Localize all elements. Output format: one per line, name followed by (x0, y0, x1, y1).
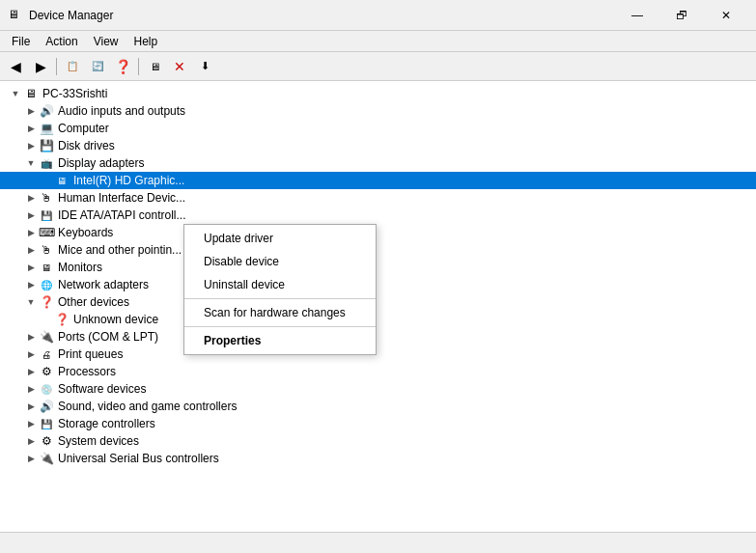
tree-item-intel[interactable]: 🖥 Intel(R) HD Graphic... (0, 172, 756, 189)
toolbar-forward[interactable]: ▶ (29, 55, 52, 78)
unknown-icon: ❓ (54, 312, 70, 327)
print-label: Print queues (58, 347, 123, 361)
hid-icon: 🖱 (39, 190, 54, 206)
app-icon: 🖥 (8, 8, 23, 23)
disk-label: Disk drives (58, 139, 115, 152)
monitors-expander[interactable]: ▶ (23, 260, 39, 275)
computer-expander[interactable]: ▶ (23, 121, 39, 136)
network-icon: 🌐 (39, 277, 54, 292)
maximize-button[interactable]: 🗗 (659, 0, 704, 31)
tree-item-sound[interactable]: ▶ 🔊 Sound, video and game controllers (0, 398, 756, 415)
tree-item-print[interactable]: ▶ 🖨 Print queues (0, 346, 756, 363)
tree-item-mice[interactable]: ▶ 🖱 Mice and other pointin... (0, 241, 756, 259)
menu-action[interactable]: Action (38, 33, 85, 50)
processors-icon: ⚙ (39, 364, 54, 379)
context-menu-item-disable[interactable]: Disable device (184, 250, 376, 273)
properties-label: Properties (204, 334, 261, 347)
tree-item-display[interactable]: ▼ 📺 Display adapters (0, 154, 756, 172)
tree-item-network[interactable]: ▶ 🌐 Network adapters (0, 276, 756, 293)
print-expander[interactable]: ▶ (23, 346, 39, 362)
menu-bar: File Action View Help (0, 31, 756, 52)
software-expander[interactable]: ▶ (23, 381, 39, 397)
tree-item-ide[interactable]: ▶ 💾 IDE ATA/ATAPI controll... (0, 207, 756, 224)
computer-icon: 💻 (39, 121, 54, 136)
toolbar: ◀ ▶ 📋 🔄 ❓ 🖥 ✕ ⬇ (0, 52, 756, 81)
ports-label: Ports (COM & LPT) (58, 330, 158, 344)
toolbar-scan[interactable]: ⬇ (193, 55, 216, 78)
menu-help[interactable]: Help (126, 33, 166, 50)
display-label: Display adapters (58, 156, 144, 170)
context-menu-item-scan[interactable]: Scan for hardware changes (184, 301, 376, 324)
software-label: Software devices (58, 382, 146, 396)
ide-expander[interactable]: ▶ (23, 207, 39, 223)
root-label: PC-33Srishti (42, 87, 107, 100)
toolbar-show-devices[interactable]: 🖥 (143, 55, 166, 78)
system-label: System devices (58, 434, 139, 448)
close-button[interactable]: ✕ (704, 0, 748, 31)
toolbar-back[interactable]: ◀ (4, 55, 27, 78)
other-label: Other devices (58, 295, 129, 309)
toolbar-update-driver[interactable]: 🔄 (86, 55, 109, 78)
keyboards-label: Keyboards (58, 226, 113, 239)
network-label: Network adapters (58, 278, 149, 291)
tree-item-disk[interactable]: ▶ 💾 Disk drives (0, 137, 756, 154)
ide-icon: 💾 (39, 207, 54, 223)
window-title: Device Manager (29, 9, 615, 22)
menu-view[interactable]: View (86, 33, 126, 50)
context-menu-separator-2 (184, 326, 376, 327)
context-menu-item-update[interactable]: Update driver (184, 227, 376, 250)
tree-item-keyboards[interactable]: ▶ ⌨ Keyboards (0, 224, 756, 241)
system-expander[interactable]: ▶ (23, 433, 39, 449)
ports-expander[interactable]: ▶ (23, 329, 39, 345)
context-menu: Update driver Disable device Uninstall d… (183, 224, 377, 355)
mice-icon: 🖱 (39, 242, 54, 258)
context-menu-separator-1 (184, 298, 376, 299)
status-bar (0, 532, 756, 553)
keyboards-expander[interactable]: ▶ (23, 225, 39, 240)
hid-expander[interactable]: ▶ (23, 190, 39, 206)
tree-item-other[interactable]: ▼ ❓ Other devices (0, 293, 756, 311)
ports-icon: 🔌 (39, 329, 54, 345)
network-expander[interactable]: ▶ (23, 277, 39, 292)
tree-item-system[interactable]: ▶ ⚙ System devices (0, 432, 756, 450)
disk-icon: 💾 (39, 138, 54, 153)
title-bar: 🖥 Device Manager — 🗗 ✕ (0, 0, 756, 31)
storage-expander[interactable]: ▶ (23, 416, 39, 431)
tree-area[interactable]: ▼ 🖥 PC-33Srishti ▶ 🔊 Audio inputs and ou… (0, 81, 756, 532)
tree-item-usb[interactable]: ▶ 🔌 Universal Serial Bus controllers (0, 450, 756, 467)
tree-item-unknown[interactable]: ❓ Unknown device (0, 311, 756, 328)
processors-label: Processors (58, 365, 116, 378)
storage-label: Storage controllers (58, 417, 155, 430)
storage-icon: 💾 (39, 416, 54, 431)
usb-expander[interactable]: ▶ (23, 451, 39, 466)
processors-expander[interactable]: ▶ (23, 364, 39, 379)
toolbar-uninstall[interactable]: ✕ (168, 55, 191, 78)
tree-item-monitors[interactable]: ▶ 🖥 Monitors (0, 259, 756, 276)
tree-root[interactable]: ▼ 🖥 PC-33Srishti (0, 85, 756, 102)
toolbar-help[interactable]: ❓ (111, 55, 134, 78)
other-expander[interactable]: ▼ (23, 294, 39, 310)
menu-file[interactable]: File (4, 33, 38, 50)
disable-device-label: Disable device (204, 255, 279, 268)
root-icon: 🖥 (23, 86, 39, 101)
tree-item-hid[interactable]: ▶ 🖱 Human Interface Devic... (0, 189, 756, 207)
root-expander[interactable]: ▼ (8, 86, 23, 101)
sound-expander[interactable]: ▶ (23, 399, 39, 414)
toolbar-properties[interactable]: 📋 (61, 55, 84, 78)
unknown-label: Unknown device (73, 313, 158, 326)
tree-item-ports[interactable]: ▶ 🔌 Ports (COM & LPT) (0, 328, 756, 346)
tree-item-software[interactable]: ▶ 💿 Software devices (0, 380, 756, 398)
tree-item-processors[interactable]: ▶ ⚙ Processors (0, 363, 756, 380)
display-expander[interactable]: ▼ (23, 155, 39, 171)
context-menu-item-properties[interactable]: Properties (184, 329, 376, 352)
tree-item-audio[interactable]: ▶ 🔊 Audio inputs and outputs (0, 102, 756, 120)
system-icon: ⚙ (39, 433, 54, 449)
minimize-button[interactable]: — (615, 0, 659, 31)
mice-expander[interactable]: ▶ (23, 242, 39, 258)
disk-expander[interactable]: ▶ (23, 138, 39, 153)
tree-item-computer[interactable]: ▶ 💻 Computer (0, 120, 756, 137)
tree-item-storage[interactable]: ▶ 💾 Storage controllers (0, 415, 756, 432)
audio-expander[interactable]: ▶ (23, 103, 39, 119)
context-menu-item-uninstall[interactable]: Uninstall device (184, 273, 376, 296)
title-bar-controls: — 🗗 ✕ (615, 0, 748, 31)
